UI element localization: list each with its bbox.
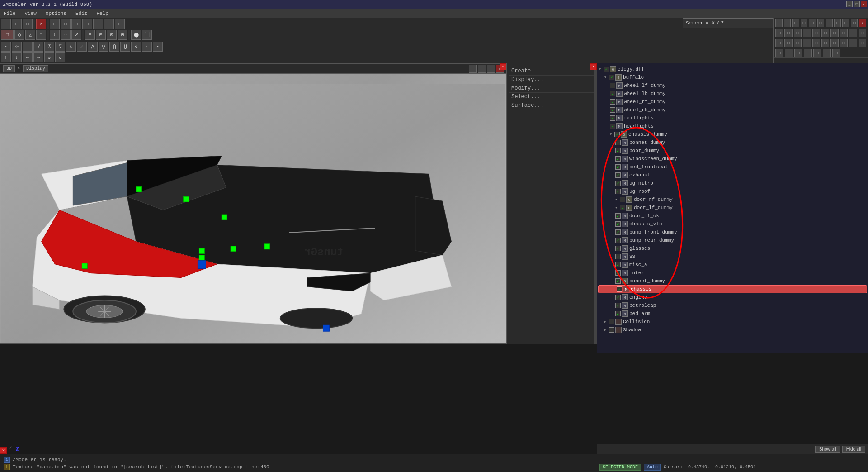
tree-item-bump-front[interactable]: M bump_front_dummy bbox=[597, 228, 868, 236]
tree-check-buffalo[interactable] bbox=[609, 75, 614, 80]
tree-item-bump-rear[interactable]: M bump_rear_dummy bbox=[597, 236, 868, 244]
rt-r2-btn10[interactable]: □ bbox=[859, 29, 866, 37]
rt-btn4[interactable]: □ bbox=[801, 19, 808, 27]
rt-r4-btn4[interactable]: □ bbox=[804, 49, 812, 57]
rt-btn3[interactable]: □ bbox=[792, 19, 799, 27]
tree-item-glasses[interactable]: M glasses bbox=[597, 244, 868, 253]
rt-r2-btn9[interactable]: □ bbox=[849, 29, 857, 37]
tree-check-chassis-dummy[interactable] bbox=[614, 132, 620, 137]
tree-check-bonnet2[interactable] bbox=[615, 278, 621, 284]
tree-check-exhaust[interactable] bbox=[615, 172, 621, 178]
rt-btn5[interactable]: □ bbox=[809, 19, 816, 27]
menu-options[interactable]: Options bbox=[44, 11, 68, 16]
tree-item-ped-frontseat[interactable]: M ped_frontseat bbox=[597, 163, 868, 171]
tree-check-wheel-rf[interactable] bbox=[610, 99, 615, 105]
viewport[interactable]: 3D < Display □ □ □ × bbox=[0, 63, 506, 344]
tree-item-misc-a[interactable]: M misc_a bbox=[597, 261, 868, 269]
tree-item-headlights[interactable]: M headlights bbox=[597, 122, 868, 130]
tb-r3-btn3[interactable]: ⊺ bbox=[23, 42, 33, 52]
tb-r2-btn2[interactable]: ◯ bbox=[14, 30, 24, 40]
tb-r3-btn1[interactable]: ⊸ bbox=[1, 42, 11, 52]
tree-item-taillights[interactable]: M taillights bbox=[597, 114, 868, 122]
tree-item-boot-dummy[interactable]: M boot_dummy bbox=[597, 147, 868, 155]
rt-r2-btn7[interactable]: □ bbox=[830, 29, 838, 37]
tree-check-engine[interactable] bbox=[615, 295, 621, 300]
rt-r3-btn1[interactable]: □ bbox=[775, 39, 783, 47]
tree-check-chassis-vlo[interactable] bbox=[615, 221, 621, 227]
tree-item-chassis-selected[interactable]: M chassis bbox=[598, 285, 867, 293]
rt-r2-btn6[interactable]: □ bbox=[821, 29, 829, 37]
tree-item-door-rf[interactable]: G door_rf_dummy bbox=[597, 195, 868, 204]
viewport-canvas[interactable]: tunsGr bbox=[0, 74, 506, 343]
tree-check-chassis[interactable] bbox=[617, 286, 622, 292]
tree-item-collision[interactable]: G Collision bbox=[597, 318, 868, 326]
rt-btn6[interactable]: □ bbox=[817, 19, 825, 27]
viewport-display-label[interactable]: Display bbox=[23, 65, 48, 72]
tb-r2-btn7[interactable]: ⤢ bbox=[71, 30, 81, 40]
tb-r3-btn4[interactable]: ⊻ bbox=[33, 42, 43, 52]
close-button[interactable]: × bbox=[861, 1, 867, 7]
menu-file[interactable]: File bbox=[2, 11, 17, 16]
tree-item-ug-roof[interactable]: M ug_roof bbox=[597, 187, 868, 195]
tree-check-wheel-rb[interactable] bbox=[610, 107, 615, 113]
rt-r3-btn5[interactable]: □ bbox=[812, 39, 820, 47]
tb-btn4[interactable]: □ bbox=[82, 19, 92, 29]
vp-icon2[interactable]: □ bbox=[478, 65, 486, 73]
rt-r2-btn8[interactable]: □ bbox=[840, 29, 848, 37]
tree-item-petrolcap[interactable]: M petrolcap bbox=[597, 301, 868, 310]
tree-item-elegy[interactable]: G elegy.dff bbox=[597, 65, 868, 73]
tree-item-ped-arm[interactable]: M ped_arm bbox=[597, 310, 868, 318]
rt-r3-btn4[interactable]: □ bbox=[803, 39, 811, 47]
tree-item-door-lf-ok[interactable]: M door_lf_ok bbox=[597, 212, 868, 220]
tb-btn2[interactable]: □ bbox=[61, 19, 71, 29]
tb-r3-btn9[interactable]: ⋀ bbox=[88, 42, 98, 52]
menu-create[interactable]: Create... bbox=[509, 67, 594, 76]
tb-new[interactable]: □ bbox=[1, 19, 11, 29]
tree-item-wheel-lb[interactable]: M wheel_lb_dummy bbox=[597, 90, 868, 98]
minimize-button[interactable]: _ bbox=[846, 1, 853, 7]
rt-r3-btn8[interactable]: □ bbox=[840, 39, 848, 47]
tree-item-exhaust[interactable]: M exhaust bbox=[597, 171, 868, 179]
tb-r4-btn1[interactable]: ↑ bbox=[1, 52, 11, 62]
rt-btn9[interactable]: □ bbox=[842, 19, 849, 27]
tree-check-ug-roof[interactable] bbox=[615, 189, 621, 194]
tb-r2-btn4[interactable]: □ bbox=[36, 30, 46, 40]
rt-btn7[interactable]: □ bbox=[826, 19, 833, 27]
menu-edit[interactable]: Edit bbox=[74, 11, 89, 16]
tree-item-wheel-rb[interactable]: M wheel_rb_dummy bbox=[597, 106, 868, 114]
tb-btn5[interactable]: □ bbox=[93, 19, 103, 29]
tree-item-door-lf[interactable]: G door_lf_dummy bbox=[597, 204, 868, 212]
tree-check-taillights[interactable] bbox=[610, 115, 615, 121]
tb-r2-btn8[interactable]: ⊞ bbox=[85, 30, 95, 40]
tb-r3-btn11[interactable]: ⋂ bbox=[109, 42, 119, 52]
tb-r2-btn10[interactable]: ⊠ bbox=[107, 30, 117, 40]
tb-r3-btn10[interactable]: ⋁ bbox=[99, 42, 108, 52]
maximize-button[interactable]: □ bbox=[854, 1, 860, 7]
tree-item-bonnet-dummy1[interactable]: M bonnet_dummy bbox=[597, 138, 868, 147]
menu-view[interactable]: View bbox=[23, 11, 38, 16]
tb-r4-btn4[interactable]: → bbox=[33, 52, 43, 62]
rt-btn10[interactable]: □ bbox=[851, 19, 858, 27]
rt-btn2[interactable]: □ bbox=[784, 19, 791, 27]
viewport-close-button[interactable]: × bbox=[500, 63, 506, 70]
rt-r2-btn5[interactable]: □ bbox=[812, 29, 820, 37]
tree-item-wheel-rf[interactable]: M wheel_rf_dummy bbox=[597, 98, 868, 106]
menu-select[interactable]: Select... bbox=[509, 93, 594, 101]
menu-surface[interactable]: Surface... bbox=[509, 101, 594, 110]
tree-item-ug-nitro[interactable]: M ug_nitro bbox=[597, 179, 868, 187]
rt-r2-btn3[interactable]: □ bbox=[794, 29, 802, 37]
tb-r2-btn9[interactable]: ⊟ bbox=[96, 30, 106, 40]
rt-r4-btn6[interactable]: □ bbox=[823, 49, 831, 57]
bottom-panel-close-button[interactable]: × bbox=[0, 447, 7, 454]
tree-check-bump-front[interactable] bbox=[615, 229, 621, 235]
tree-item-wheel-lf[interactable]: M wheel_lf_dummy bbox=[597, 81, 868, 90]
tree-check-petrolcap[interactable] bbox=[615, 303, 621, 308]
vp-icon1[interactable]: □ bbox=[469, 65, 477, 73]
tb-stop[interactable]: × bbox=[36, 19, 46, 29]
tree-check-boot[interactable] bbox=[615, 148, 621, 153]
screen-close[interactable]: × bbox=[706, 21, 708, 26]
tree-check-collision[interactable] bbox=[609, 319, 614, 324]
tb-r3-btn12[interactable]: ⋃ bbox=[120, 42, 130, 52]
tb-r4-btn2[interactable]: ↓ bbox=[12, 52, 22, 62]
tb-r3-btn13[interactable]: ⋄ bbox=[131, 42, 141, 52]
